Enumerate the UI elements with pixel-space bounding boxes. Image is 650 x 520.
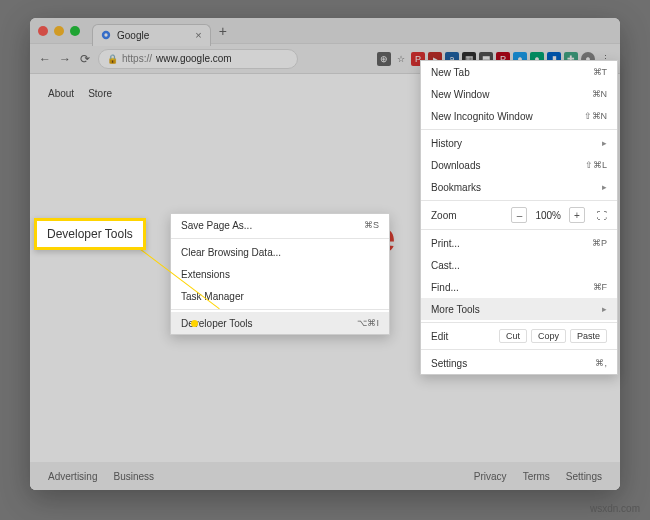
menu-settings[interactable]: Settings⌘, bbox=[421, 352, 617, 374]
ext-icon[interactable]: ⊕ bbox=[377, 52, 391, 66]
highlight-marker-icon bbox=[191, 320, 198, 327]
zoom-percent: 100% bbox=[535, 210, 561, 221]
menu-new-tab[interactable]: New Tab⌘T bbox=[421, 61, 617, 83]
callout-label: Developer Tools bbox=[34, 218, 146, 250]
close-window-button[interactable] bbox=[38, 26, 48, 36]
menu-zoom: Zoom – 100% + ⛶ bbox=[421, 203, 617, 227]
zoom-window-button[interactable] bbox=[70, 26, 80, 36]
submenu-save-page[interactable]: Save Page As...⌘S bbox=[171, 214, 389, 236]
zoom-out-button[interactable]: – bbox=[511, 207, 527, 223]
menu-cast[interactable]: Cast... bbox=[421, 254, 617, 276]
submenu-arrow-icon: ▸ bbox=[602, 304, 607, 314]
top-links: About Store bbox=[48, 88, 112, 99]
edit-paste-button[interactable]: Paste bbox=[570, 329, 607, 343]
menu-more-tools[interactable]: More Tools▸ bbox=[421, 298, 617, 320]
menu-downloads[interactable]: Downloads⇧⌘L bbox=[421, 154, 617, 176]
tab-title: Google bbox=[117, 30, 149, 41]
url-scheme: https:// bbox=[122, 53, 152, 64]
reload-button[interactable]: ⟳ bbox=[78, 52, 92, 66]
submenu-extensions[interactable]: Extensions bbox=[171, 263, 389, 285]
menu-history[interactable]: History▸ bbox=[421, 132, 617, 154]
svg-point-1 bbox=[104, 33, 107, 36]
menu-print[interactable]: Print...⌘P bbox=[421, 232, 617, 254]
menu-new-incognito[interactable]: New Incognito Window⇧⌘N bbox=[421, 105, 617, 127]
menu-new-window[interactable]: New Window⌘N bbox=[421, 83, 617, 105]
minimize-window-button[interactable] bbox=[54, 26, 64, 36]
submenu-developer-tools[interactable]: Developer Tools⌥⌘I bbox=[171, 312, 389, 334]
edit-cut-button[interactable]: Cut bbox=[499, 329, 527, 343]
business-link[interactable]: Business bbox=[113, 471, 154, 482]
settings-link[interactable]: Settings bbox=[566, 471, 602, 482]
submenu-arrow-icon: ▸ bbox=[602, 182, 607, 192]
titlebar: Google × + bbox=[30, 18, 620, 44]
submenu-clear-data[interactable]: Clear Browsing Data... bbox=[171, 241, 389, 263]
window-controls bbox=[38, 26, 80, 36]
address-bar[interactable]: 🔒 https://www.google.com bbox=[98, 49, 298, 69]
terms-link[interactable]: Terms bbox=[523, 471, 550, 482]
close-tab-icon[interactable]: × bbox=[195, 29, 201, 41]
more-tools-submenu: Save Page As...⌘S Clear Browsing Data...… bbox=[170, 213, 390, 335]
menu-edit: Edit Cut Copy Paste bbox=[421, 325, 617, 347]
advertising-link[interactable]: Advertising bbox=[48, 471, 97, 482]
google-favicon-icon bbox=[101, 30, 111, 40]
forward-button[interactable]: → bbox=[58, 52, 72, 66]
menu-find[interactable]: Find...⌘F bbox=[421, 276, 617, 298]
privacy-link[interactable]: Privacy bbox=[474, 471, 507, 482]
browser-tab[interactable]: Google × bbox=[92, 24, 211, 46]
url-host: www.google.com bbox=[156, 53, 232, 64]
star-icon[interactable]: ☆ bbox=[394, 52, 408, 66]
fullscreen-icon[interactable]: ⛶ bbox=[597, 210, 607, 221]
lock-icon: 🔒 bbox=[107, 54, 118, 64]
watermark: wsxdn.com bbox=[590, 503, 640, 514]
store-link[interactable]: Store bbox=[88, 88, 112, 99]
about-link[interactable]: About bbox=[48, 88, 74, 99]
menu-bookmarks[interactable]: Bookmarks▸ bbox=[421, 176, 617, 198]
new-tab-button[interactable]: + bbox=[219, 23, 227, 39]
submenu-arrow-icon: ▸ bbox=[602, 138, 607, 148]
edit-copy-button[interactable]: Copy bbox=[531, 329, 566, 343]
back-button[interactable]: ← bbox=[38, 52, 52, 66]
chrome-main-menu: New Tab⌘T New Window⌘N New Incognito Win… bbox=[420, 60, 618, 375]
footer: Advertising Business Privacy Terms Setti… bbox=[30, 462, 620, 490]
zoom-in-button[interactable]: + bbox=[569, 207, 585, 223]
